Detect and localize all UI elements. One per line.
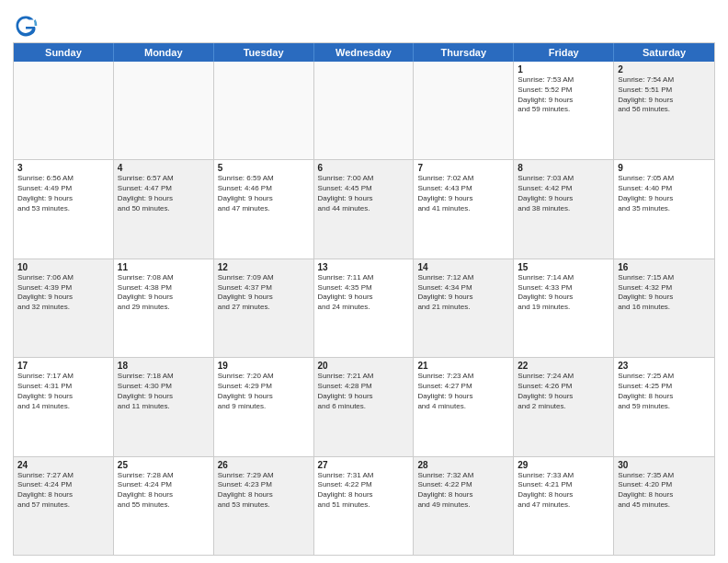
calendar-row-1: 3Sunrise: 6:56 AM Sunset: 4:49 PM Daylig… bbox=[14, 159, 714, 258]
cell-info: Sunrise: 7:31 AM Sunset: 4:22 PM Dayligh… bbox=[318, 471, 410, 511]
cell-info: Sunrise: 6:57 AM Sunset: 4:47 PM Dayligh… bbox=[118, 174, 210, 213]
day-number: 27 bbox=[318, 460, 410, 470]
header-day-sunday: Sunday bbox=[14, 43, 114, 62]
day-number: 11 bbox=[118, 262, 210, 272]
day-number: 1 bbox=[518, 64, 609, 75]
cal-cell-19: 19Sunrise: 7:20 AM Sunset: 4:29 PM Dayli… bbox=[214, 358, 314, 455]
cal-cell-25: 25Sunrise: 7:28 AM Sunset: 4:24 PM Dayli… bbox=[114, 457, 214, 555]
cell-info: Sunrise: 7:09 AM Sunset: 4:37 PM Dayligh… bbox=[218, 273, 310, 313]
day-number: 15 bbox=[518, 262, 609, 272]
day-number: 7 bbox=[417, 163, 509, 173]
cell-info: Sunrise: 7:18 AM Sunset: 4:30 PM Dayligh… bbox=[118, 372, 210, 411]
day-number: 24 bbox=[17, 460, 109, 470]
day-number: 23 bbox=[618, 361, 711, 371]
cell-info: Sunrise: 7:35 AM Sunset: 4:20 PM Dayligh… bbox=[618, 471, 711, 511]
cal-cell-20: 20Sunrise: 7:21 AM Sunset: 4:28 PM Dayli… bbox=[314, 358, 415, 455]
calendar-row-2: 10Sunrise: 7:06 AM Sunset: 4:39 PM Dayli… bbox=[14, 259, 714, 357]
day-number: 22 bbox=[518, 361, 609, 371]
cell-info: Sunrise: 7:54 AM Sunset: 5:51 PM Dayligh… bbox=[618, 75, 711, 115]
header-day-wednesday: Wednesday bbox=[314, 43, 415, 62]
day-number: 29 bbox=[518, 460, 609, 470]
cell-info: Sunrise: 7:24 AM Sunset: 4:26 PM Dayligh… bbox=[518, 372, 609, 411]
calendar-row-4: 24Sunrise: 7:27 AM Sunset: 4:24 PM Dayli… bbox=[14, 456, 714, 555]
cal-cell-24: 24Sunrise: 7:27 AM Sunset: 4:24 PM Dayli… bbox=[14, 457, 114, 555]
logo-icon bbox=[13, 13, 39, 39]
day-number: 20 bbox=[318, 361, 410, 371]
calendar-header: SundayMondayTuesdayWednesdayThursdayFrid… bbox=[14, 43, 714, 62]
cell-info: Sunrise: 7:23 AM Sunset: 4:27 PM Dayligh… bbox=[417, 372, 509, 411]
header-day-thursday: Thursday bbox=[414, 43, 514, 62]
cal-cell-26: 26Sunrise: 7:29 AM Sunset: 4:23 PM Dayli… bbox=[214, 457, 314, 555]
day-number: 2 bbox=[618, 64, 711, 75]
day-number: 21 bbox=[417, 361, 509, 371]
cell-info: Sunrise: 7:14 AM Sunset: 4:33 PM Dayligh… bbox=[518, 273, 609, 313]
header-day-tuesday: Tuesday bbox=[214, 43, 314, 62]
cell-info: Sunrise: 7:20 AM Sunset: 4:29 PM Dayligh… bbox=[218, 372, 310, 411]
cal-cell-27: 27Sunrise: 7:31 AM Sunset: 4:22 PM Dayli… bbox=[314, 457, 415, 555]
day-number: 8 bbox=[518, 163, 609, 173]
day-number: 16 bbox=[618, 262, 711, 272]
day-number: 17 bbox=[17, 361, 109, 371]
cal-cell-13: 13Sunrise: 7:11 AM Sunset: 4:35 PM Dayli… bbox=[314, 259, 415, 357]
cal-cell-empty-3 bbox=[314, 62, 415, 159]
cell-info: Sunrise: 7:25 AM Sunset: 4:25 PM Dayligh… bbox=[618, 372, 711, 411]
day-number: 13 bbox=[318, 262, 410, 272]
day-number: 12 bbox=[218, 262, 310, 272]
day-number: 4 bbox=[118, 163, 210, 173]
header bbox=[13, 9, 715, 39]
calendar: SundayMondayTuesdayWednesdayThursdayFrid… bbox=[13, 42, 715, 556]
day-number: 19 bbox=[218, 361, 310, 371]
cal-cell-10: 10Sunrise: 7:06 AM Sunset: 4:39 PM Dayli… bbox=[14, 259, 114, 357]
day-number: 6 bbox=[318, 163, 410, 173]
cell-info: Sunrise: 7:53 AM Sunset: 5:52 PM Dayligh… bbox=[518, 75, 609, 115]
cal-cell-15: 15Sunrise: 7:14 AM Sunset: 4:33 PM Dayli… bbox=[514, 259, 614, 357]
calendar-row-0: 1Sunrise: 7:53 AM Sunset: 5:52 PM Daylig… bbox=[14, 62, 714, 159]
cell-info: Sunrise: 7:33 AM Sunset: 4:21 PM Dayligh… bbox=[518, 471, 609, 511]
cell-info: Sunrise: 7:08 AM Sunset: 4:38 PM Dayligh… bbox=[118, 273, 210, 313]
calendar-body: 1Sunrise: 7:53 AM Sunset: 5:52 PM Daylig… bbox=[14, 62, 714, 555]
cell-info: Sunrise: 7:06 AM Sunset: 4:39 PM Dayligh… bbox=[17, 273, 109, 313]
cell-info: Sunrise: 6:56 AM Sunset: 4:49 PM Dayligh… bbox=[17, 174, 109, 213]
page: SundayMondayTuesdayWednesdayThursdayFrid… bbox=[0, 0, 728, 563]
cal-cell-9: 9Sunrise: 7:05 AM Sunset: 4:40 PM Daylig… bbox=[614, 160, 714, 258]
cal-cell-23: 23Sunrise: 7:25 AM Sunset: 4:25 PM Dayli… bbox=[614, 358, 714, 455]
cell-info: Sunrise: 7:32 AM Sunset: 4:22 PM Dayligh… bbox=[417, 471, 509, 511]
cal-cell-7: 7Sunrise: 7:02 AM Sunset: 4:43 PM Daylig… bbox=[414, 160, 514, 258]
day-number: 14 bbox=[417, 262, 509, 272]
cell-info: Sunrise: 7:15 AM Sunset: 4:32 PM Dayligh… bbox=[618, 273, 711, 313]
cell-info: Sunrise: 7:03 AM Sunset: 4:42 PM Dayligh… bbox=[518, 174, 609, 213]
cell-info: Sunrise: 7:11 AM Sunset: 4:35 PM Dayligh… bbox=[318, 273, 410, 313]
cal-cell-30: 30Sunrise: 7:35 AM Sunset: 4:20 PM Dayli… bbox=[614, 457, 714, 555]
day-number: 9 bbox=[618, 163, 711, 173]
cell-info: Sunrise: 7:21 AM Sunset: 4:28 PM Dayligh… bbox=[318, 372, 410, 411]
cal-cell-6: 6Sunrise: 7:00 AM Sunset: 4:45 PM Daylig… bbox=[314, 160, 415, 258]
cal-cell-4: 4Sunrise: 6:57 AM Sunset: 4:47 PM Daylig… bbox=[114, 160, 214, 258]
cell-info: Sunrise: 7:17 AM Sunset: 4:31 PM Dayligh… bbox=[17, 372, 109, 411]
cal-cell-14: 14Sunrise: 7:12 AM Sunset: 4:34 PM Dayli… bbox=[414, 259, 514, 357]
cell-info: Sunrise: 7:12 AM Sunset: 4:34 PM Dayligh… bbox=[417, 273, 509, 313]
cell-info: Sunrise: 7:28 AM Sunset: 4:24 PM Dayligh… bbox=[118, 471, 210, 511]
cell-info: Sunrise: 7:27 AM Sunset: 4:24 PM Dayligh… bbox=[17, 471, 109, 511]
day-number: 10 bbox=[17, 262, 109, 272]
cal-cell-12: 12Sunrise: 7:09 AM Sunset: 4:37 PM Dayli… bbox=[214, 259, 314, 357]
day-number: 30 bbox=[618, 460, 711, 470]
cal-cell-18: 18Sunrise: 7:18 AM Sunset: 4:30 PM Dayli… bbox=[114, 358, 214, 455]
cal-cell-2: 2Sunrise: 7:54 AM Sunset: 5:51 PM Daylig… bbox=[614, 62, 714, 159]
cell-info: Sunrise: 7:05 AM Sunset: 4:40 PM Dayligh… bbox=[618, 174, 711, 213]
cal-cell-empty-1 bbox=[114, 62, 214, 159]
cal-cell-5: 5Sunrise: 6:59 AM Sunset: 4:46 PM Daylig… bbox=[214, 160, 314, 258]
header-day-friday: Friday bbox=[514, 43, 614, 62]
cal-cell-empty-4 bbox=[414, 62, 514, 159]
cell-info: Sunrise: 7:02 AM Sunset: 4:43 PM Dayligh… bbox=[417, 174, 509, 213]
day-number: 18 bbox=[118, 361, 210, 371]
logo bbox=[13, 13, 42, 39]
cal-cell-3: 3Sunrise: 6:56 AM Sunset: 4:49 PM Daylig… bbox=[14, 160, 114, 258]
cell-info: Sunrise: 7:00 AM Sunset: 4:45 PM Dayligh… bbox=[318, 174, 410, 213]
cal-cell-22: 22Sunrise: 7:24 AM Sunset: 4:26 PM Dayli… bbox=[514, 358, 614, 455]
day-number: 5 bbox=[218, 163, 310, 173]
cal-cell-1: 1Sunrise: 7:53 AM Sunset: 5:52 PM Daylig… bbox=[514, 62, 614, 159]
day-number: 28 bbox=[417, 460, 509, 470]
cal-cell-11: 11Sunrise: 7:08 AM Sunset: 4:38 PM Dayli… bbox=[114, 259, 214, 357]
cal-cell-16: 16Sunrise: 7:15 AM Sunset: 4:32 PM Dayli… bbox=[614, 259, 714, 357]
cal-cell-21: 21Sunrise: 7:23 AM Sunset: 4:27 PM Dayli… bbox=[414, 358, 514, 455]
